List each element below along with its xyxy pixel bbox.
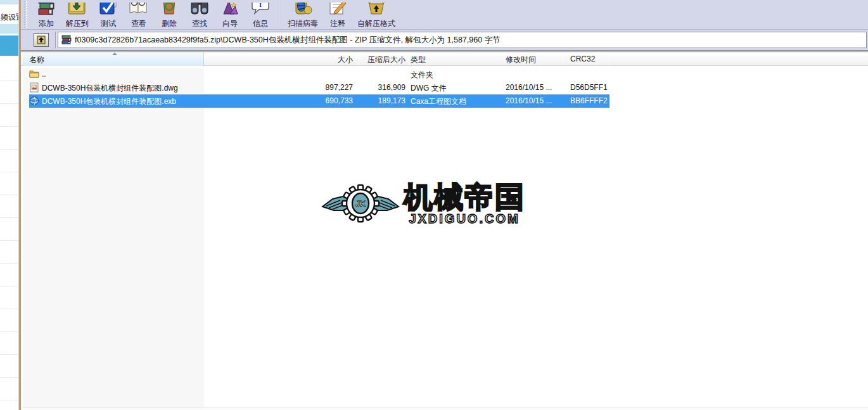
toolbar-button-wizard[interactable]: 向导 [215,0,245,30]
address-separator [55,32,56,48]
window-bottom-edge [23,407,868,410]
watermark-text: 机械帝国 JXDIGUO.COM [404,182,525,225]
file-modified: 2016/10/15 ... [506,83,552,92]
toolbar-button-label: 自解压格式 [357,19,395,28]
toolbar-button-test[interactable]: 测试 [93,0,124,30]
toolbar-button-extract[interactable]: 解压到 [61,0,93,30]
table-row-selected[interactable]: DCWB-350H包装机横封组件装配图.exb 690,733 189,173 … [21,94,868,108]
background-window-list [0,58,18,406]
svg-text:JX: JX [355,199,366,208]
folder-up-icon [37,35,46,44]
dwg-file-icon [29,82,39,93]
toolbar-button-label: 解压到 [66,19,89,28]
file-name: DCWB-350H包装机横封组件装配图.exb [42,96,219,107]
toolbar-button-label: 信息 [253,19,268,28]
toolbar-button-comment[interactable]: 注释 [322,0,353,30]
svg-text:i: i [259,3,262,9]
file-type: DWG 文件 [411,83,447,94]
archive-book-icon [61,35,72,45]
toolbar-button-label: 查找 [192,19,207,28]
add-archive-icon [35,3,57,19]
file-packed-size: 189,173 [355,96,405,105]
up-directory-button[interactable] [34,33,49,47]
toolbar: 添加 解压到 测试 [21,0,868,30]
toolbar-button-label: 测试 [101,19,116,28]
sort-ascending-icon [112,53,117,55]
column-divider[interactable] [358,53,359,65]
toolbar-button-label: 添加 [39,19,54,28]
wizard-icon [219,3,241,19]
table-row[interactable]: .. 文件夹 [21,68,868,81]
sfx-icon [366,3,387,19]
toolbar-button-label: 向导 [222,19,238,28]
test-archive-icon [98,3,119,19]
column-header-name[interactable]: 名称 [29,54,44,65]
column-header-packed[interactable]: 压缩后大小 [355,54,405,65]
folder-icon [29,69,39,79]
file-name: DCWB-350H包装机横封组件装配图.dwg [42,83,219,94]
address-combobox[interactable]: f0309c3d72826b71acaeab83429f9fa5.zip\DCW… [58,32,867,48]
virus-scan-icon [292,3,314,19]
background-window-selected-row [0,35,19,56]
background-window-label: 频设置 [1,12,19,23]
sorted-column-tint [23,68,204,407]
toolbar-button-find[interactable]: 查找 [184,0,215,30]
background-window-header [0,0,19,4]
watermark-domain: JXDIGUO.COM [404,212,525,225]
column-divider[interactable] [563,53,563,65]
toolbar-button-label: 注释 [330,19,345,28]
column-header-size[interactable]: 大小 [233,54,353,65]
extract-to-icon [67,3,88,19]
file-name: .. [42,70,219,79]
column-header-type[interactable]: 类型 [411,54,426,65]
view-file-icon [128,3,150,19]
column-header-modified[interactable]: 修改时间 [506,54,536,65]
toolbar-gripper[interactable] [24,1,28,28]
column-divider[interactable] [610,53,610,65]
column-divider[interactable] [409,53,409,65]
file-crc32: BB6FFFF2 [570,96,608,105]
toolbar-button-delete[interactable]: 删除 [154,0,184,30]
address-bar-row: f0309c3d72826b71acaeab83429f9fa5.zip\DCW… [21,30,868,50]
info-icon: i [250,3,271,19]
winged-gear-logo-icon: JX [321,179,400,228]
toolbar-button-virus-scan[interactable]: 扫描病毒 [283,0,322,30]
find-icon [189,3,210,19]
toolbar-button-label: 查看 [131,19,146,28]
watermark: JX 机械帝国 JXDIGUO.COM [321,179,525,228]
toolbar-button-view[interactable]: 查看 [124,0,154,30]
file-modified: 2016/10/15 ... [506,96,552,105]
table-row[interactable]: DCWB-350H包装机横封组件装配图.dwg 897,227 316,909 … [21,81,868,94]
background-window: 频设置 [0,0,19,410]
file-packed-size: 316,909 [355,83,405,92]
file-list-header: 名称 大小 压缩后大小 类型 修改时间 CRC32 [21,53,868,66]
file-list: .. 文件夹 DCWB-350H包装机横封组件装配图.dwg 897,227 3… [21,68,868,407]
toolbar-separator [279,0,280,28]
file-size: 897,227 [233,83,353,92]
watermark-brand: 机械帝国 [404,182,525,212]
file-type: 文件夹 [411,70,433,80]
file-size: 690,733 [233,96,353,105]
toolbar-button-add[interactable]: 添加 [31,0,61,30]
column-divider[interactable] [504,53,504,65]
toolbar-button-info[interactable]: i 信息 [245,0,276,30]
toolbar-button-label: 扫描病毒 [288,19,318,28]
comment-icon [327,3,348,19]
background-window-band [0,24,19,34]
archive-path-text: f0309c3d72826b71acaeab83429f9fa5.zip\DCW… [75,35,501,46]
exb-file-icon [29,96,39,106]
column-header-crc32[interactable]: CRC32 [570,54,595,63]
toolbar-button-sfx[interactable]: 自解压格式 [353,0,400,30]
delete-icon [158,3,180,19]
file-type: Caxa工程图文档 [411,96,466,107]
toolbar-button-label: 删除 [162,19,177,28]
file-crc32: D56D5FF1 [570,83,608,92]
